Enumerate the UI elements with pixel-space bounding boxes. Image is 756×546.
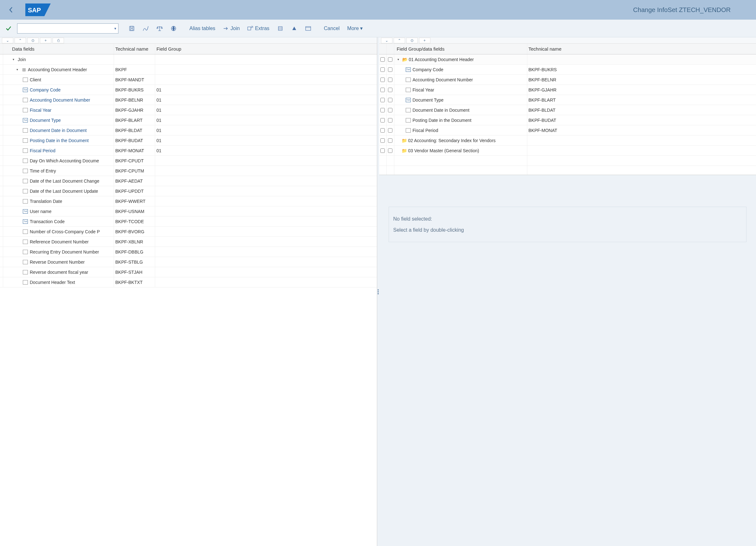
- more-button[interactable]: More ▾: [345, 25, 365, 31]
- list-icon[interactable]: [275, 23, 286, 34]
- field-row[interactable]: Fiscal PeriodBKPF-MONAT01: [0, 146, 377, 156]
- tech-name: BKPF-BUKRS: [527, 65, 756, 74]
- field-row[interactable]: Recurring Entry Document NumberBKPF-DBBL…: [0, 247, 377, 257]
- checkbox[interactable]: [388, 88, 392, 92]
- pt-btn[interactable]: ⌄: [381, 38, 392, 43]
- field-row[interactable]: Fiscal YearBKPF-GJAHR01: [0, 105, 377, 115]
- field-row[interactable]: Number of Cross-Company Code PBKPF-BVORG: [0, 227, 377, 237]
- field-row[interactable]: TxtDocument TypeBKPF-BLART01: [0, 115, 377, 125]
- pt-btn[interactable]: ⊙: [27, 38, 39, 43]
- checkbox[interactable]: [388, 149, 392, 153]
- scales-icon[interactable]: [154, 23, 165, 34]
- field-row[interactable]: Fiscal PeriodBKPF-MONAT: [379, 125, 756, 136]
- checkbox[interactable]: [388, 118, 392, 123]
- checkbox[interactable]: [388, 128, 392, 133]
- field-label[interactable]: Fiscal Year: [30, 108, 51, 113]
- pt-btn[interactable]: +: [40, 38, 51, 43]
- checkbox[interactable]: [388, 57, 392, 62]
- field-row[interactable]: TxtCompany CodeBKPF-BUKRS: [379, 65, 756, 75]
- chevron-down-icon[interactable]: ▾: [16, 68, 20, 71]
- pt-btn[interactable]: ⎙: [53, 38, 64, 43]
- field-row[interactable]: TxtCompany CodeBKPF-BUKRS01: [0, 85, 377, 95]
- field-row[interactable]: Posting Date in the DocumentBKPF-BUDAT01: [0, 136, 377, 146]
- checkbox[interactable]: [380, 88, 385, 92]
- checkbox[interactable]: [380, 118, 385, 123]
- field-row[interactable]: Date of the Last Document ChangeBKPF-AED…: [0, 176, 377, 186]
- field-row[interactable]: Document Date in DocumentBKPF-BLDAT: [379, 105, 756, 115]
- checkbox[interactable]: [388, 98, 392, 102]
- field-row[interactable]: Posting Date in the DocumentBKPF-BUDAT: [379, 115, 756, 125]
- sap-logo: SAP: [25, 3, 51, 16]
- globe-icon[interactable]: [168, 23, 179, 34]
- layout-icon[interactable]: [302, 23, 314, 34]
- group-node-closed[interactable]: 📁02 Accounting: Secondary Index for Vend…: [379, 136, 756, 146]
- pt-btn[interactable]: ⌄: [2, 38, 13, 43]
- extras-button[interactable]: Extras: [245, 23, 272, 34]
- save-icon[interactable]: [126, 23, 137, 34]
- alias-tables-button[interactable]: Alias tables: [187, 23, 218, 34]
- col-header-tech[interactable]: Technical name: [114, 44, 155, 54]
- field-row[interactable]: Reverse document fiscal yearBKPF-STJAH: [0, 267, 377, 277]
- field-label[interactable]: Posting Date in the Document: [30, 138, 89, 143]
- field-row[interactable]: TxtUser nameBKPF-USNAM: [0, 206, 377, 217]
- field-row[interactable]: Fiscal YearBKPF-GJAHR: [379, 85, 756, 95]
- group-node-closed[interactable]: 📁03 Vendor Master (General Section): [379, 146, 756, 156]
- cancel-button[interactable]: Cancel: [321, 23, 342, 34]
- chevron-down-icon[interactable]: ▾: [397, 58, 401, 61]
- filter-icon[interactable]: [289, 23, 300, 34]
- tree-root[interactable]: ▾Join: [0, 54, 377, 65]
- checkbox[interactable]: [380, 78, 385, 82]
- checkbox[interactable]: [380, 57, 385, 62]
- col-header-fields[interactable]: Data fields: [3, 44, 114, 54]
- right-grid[interactable]: ▾📂01 Accounting Document Header TxtCompa…: [379, 54, 756, 175]
- col-header-tech[interactable]: Technical name: [527, 44, 756, 54]
- tech-name: BKPF-MANDT: [114, 75, 155, 85]
- checkbox[interactable]: [380, 98, 385, 102]
- command-input[interactable]: [17, 24, 118, 33]
- tree-table-node[interactable]: ▾⊞Accounting Document Header BKPF: [0, 65, 377, 75]
- field-row[interactable]: Time of EntryBKPF-CPUTM: [0, 166, 377, 176]
- join-button[interactable]: Join: [220, 23, 242, 34]
- field-row[interactable]: TxtTransaction CodeBKPF-TCODE: [0, 217, 377, 227]
- left-grid[interactable]: ▾Join ▾⊞Accounting Document Header BKPF …: [0, 54, 377, 546]
- field-row[interactable]: Reference Document NumberBKPF-XBLNR: [0, 237, 377, 247]
- command-field[interactable]: ▾: [17, 23, 118, 34]
- checkbox[interactable]: [388, 138, 392, 143]
- chevron-down-icon[interactable]: ▾: [114, 26, 116, 31]
- field-row[interactable]: ClientBKPF-MANDT: [0, 75, 377, 85]
- checkbox[interactable]: [388, 78, 392, 82]
- checkbox[interactable]: [380, 108, 385, 112]
- pt-btn[interactable]: ⌃: [15, 38, 26, 43]
- field-row[interactable]: Accounting Document NumberBKPF-BELNR01: [0, 95, 377, 105]
- field-label[interactable]: Fiscal Period: [30, 148, 55, 153]
- field-row[interactable]: Document Date in DocumentBKPF-BLDAT01: [0, 125, 377, 136]
- checkbox[interactable]: [388, 67, 392, 72]
- tech-name: BKPF-BELNR: [114, 95, 155, 105]
- checkbox[interactable]: [380, 67, 385, 72]
- col-header-group[interactable]: Field Group: [155, 44, 377, 54]
- col-header-fields[interactable]: Field Group/data fields: [394, 44, 527, 54]
- confirm-button[interactable]: [4, 24, 13, 33]
- field-label[interactable]: Document Date in Document: [30, 128, 87, 133]
- field-label[interactable]: Company Code: [30, 87, 60, 92]
- chevron-down-icon[interactable]: ▾: [13, 58, 16, 61]
- field-row[interactable]: Day On Which Accounting DocumeBKPF-CPUDT: [0, 156, 377, 166]
- checkbox[interactable]: [380, 149, 385, 153]
- field-row[interactable]: Reverse Document NumberBKPF-STBLG: [0, 257, 377, 267]
- field-row[interactable]: Date of the Last Document UpdateBKPF-UPD…: [0, 186, 377, 196]
- group-node-open[interactable]: ▾📂01 Accounting Document Header: [379, 54, 756, 65]
- back-button[interactable]: [6, 5, 16, 15]
- pt-btn[interactable]: +: [419, 38, 430, 43]
- pt-btn[interactable]: ⊙: [406, 38, 418, 43]
- field-row[interactable]: TxtDocument TypeBKPF-BLART: [379, 95, 756, 105]
- field-row[interactable]: Translation DateBKPF-WWERT: [0, 196, 377, 206]
- field-label[interactable]: Document Type: [30, 118, 61, 123]
- check-icon[interactable]: [140, 23, 151, 34]
- field-label[interactable]: Accounting Document Number: [30, 98, 90, 103]
- checkbox[interactable]: [380, 128, 385, 133]
- field-row[interactable]: Document Header TextBKPF-BKTXT: [0, 277, 377, 287]
- checkbox[interactable]: [380, 138, 385, 143]
- pt-btn[interactable]: ⌃: [394, 38, 405, 43]
- checkbox[interactable]: [388, 108, 392, 112]
- field-row[interactable]: Accounting Document NumberBKPF-BELNR: [379, 75, 756, 85]
